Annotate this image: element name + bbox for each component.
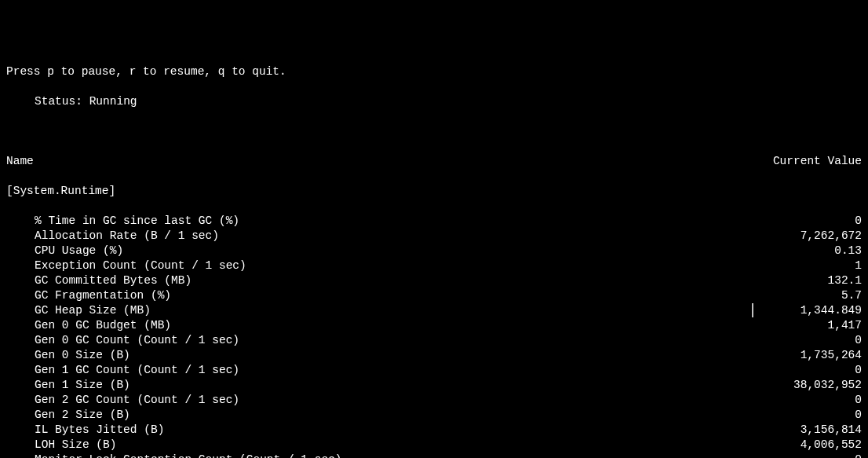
counter-name: IL Bytes Jitted (B) — [35, 423, 801, 438]
counter-row: Gen 1 Size (B)38,032,952 — [6, 378, 862, 393]
counter-value: 4,006,552 — [801, 438, 862, 453]
status-line: Status: Running — [6, 94, 862, 109]
blank-line — [6, 124, 862, 139]
counter-value: 0 — [855, 214, 862, 229]
counter-value: 0 — [855, 393, 862, 408]
counter-name: Gen 2 Size (B) — [35, 408, 855, 423]
counter-row: GC Heap Size (MB)1,344.849 — [6, 303, 862, 318]
counter-value: 0.13 — [834, 244, 862, 258]
counter-value: 0 — [855, 453, 862, 458]
counter-value: 0 — [855, 408, 862, 423]
counter-name: Gen 0 GC Budget (MB) — [35, 318, 827, 333]
counter-row: % Time in GC since last GC (%)0 — [6, 214, 862, 229]
status-label: Status: — [35, 95, 82, 108]
column-headers: NameCurrent Value — [6, 154, 862, 169]
column-value-header: Current Value — [773, 154, 862, 169]
counter-row: Allocation Rate (B / 1 sec)7,262,672 — [6, 229, 862, 244]
counter-value: 132.1 — [827, 273, 862, 288]
counter-row: IL Bytes Jitted (B)3,156,814 — [6, 423, 862, 438]
counter-name: % Time in GC since last GC (%) — [35, 214, 855, 229]
counter-name: LOH Size (B) — [35, 438, 801, 453]
counter-name: Gen 2 GC Count (Count / 1 sec) — [35, 393, 855, 408]
counter-row: Gen 2 Size (B)0 — [6, 408, 862, 423]
counter-row: Exception Count (Count / 1 sec)1 — [6, 258, 862, 273]
counter-value: 1,344.849 — [801, 303, 862, 318]
counters-table: % Time in GC since last GC (%)0Allocatio… — [6, 214, 862, 458]
counter-value: 38,032,952 — [793, 378, 862, 393]
counter-row: GC Committed Bytes (MB)132.1 — [6, 273, 862, 288]
section-header: [System.Runtime] — [6, 184, 862, 199]
counter-value: 0 — [855, 363, 862, 378]
counter-name: Gen 1 GC Count (Count / 1 sec) — [35, 363, 855, 378]
counter-name: Gen 0 Size (B) — [35, 348, 801, 363]
counter-name: Allocation Rate (B / 1 sec) — [35, 229, 801, 244]
counter-value: 1,735,264 — [801, 348, 862, 363]
counter-value: 0 — [855, 333, 862, 348]
counter-name: GC Fragmentation (%) — [35, 288, 841, 303]
counter-row: Gen 0 GC Budget (MB)1,417 — [6, 318, 862, 333]
status-value: Running — [89, 95, 137, 108]
counter-name: Gen 0 GC Count (Count / 1 sec) — [35, 333, 855, 348]
column-name-header: Name — [6, 154, 34, 169]
instruction-line: Press p to pause, r to resume, q to quit… — [6, 64, 862, 79]
counter-name: Monitor Lock Contention Count (Count / 1… — [35, 453, 855, 458]
counter-name: GC Committed Bytes (MB) — [35, 273, 827, 288]
counter-row: LOH Size (B)4,006,552 — [6, 438, 862, 453]
counter-row: Monitor Lock Contention Count (Count / 1… — [6, 453, 862, 458]
counter-row: Gen 0 GC Count (Count / 1 sec)0 — [6, 333, 862, 348]
counter-value: 1 — [855, 258, 862, 273]
counter-row: Gen 0 Size (B)1,735,264 — [6, 348, 862, 363]
counter-row: CPU Usage (%)0.13 — [6, 244, 862, 258]
counter-name: CPU Usage (%) — [35, 244, 834, 258]
counter-row: Gen 1 GC Count (Count / 1 sec)0 — [6, 363, 862, 378]
counter-value: 5.7 — [841, 288, 862, 303]
counter-name: Gen 1 Size (B) — [35, 378, 793, 393]
counter-value: 3,156,814 — [801, 423, 862, 438]
counter-value: 7,262,672 — [801, 229, 862, 244]
counter-value: 1,417 — [827, 318, 862, 333]
counter-row: GC Fragmentation (%)5.7 — [6, 288, 862, 303]
text-cursor — [752, 303, 753, 317]
counter-row: Gen 2 GC Count (Count / 1 sec)0 — [6, 393, 862, 408]
counter-name: GC Heap Size (MB) — [35, 303, 801, 318]
counter-name: Exception Count (Count / 1 sec) — [35, 258, 855, 273]
